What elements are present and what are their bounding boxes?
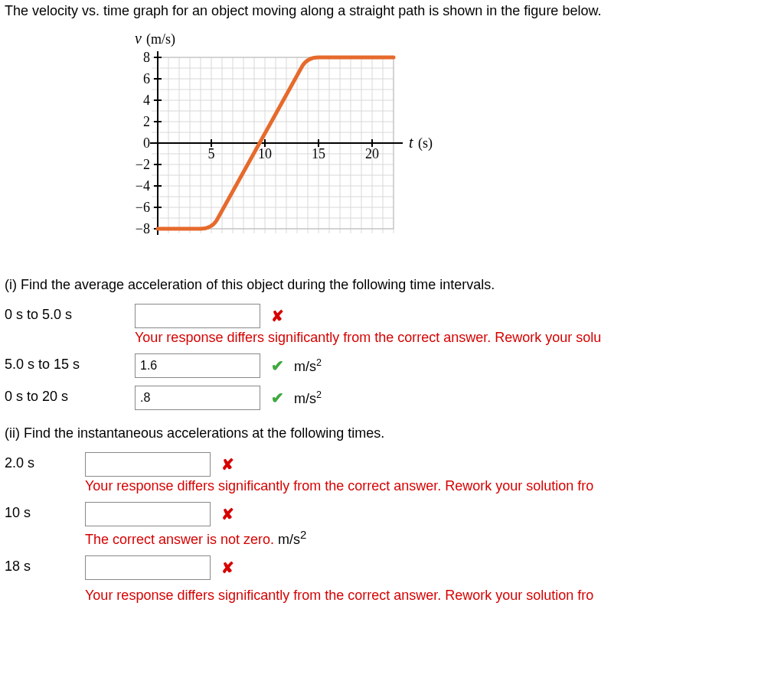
unit-i2: m/s2 (294, 357, 322, 375)
part-i-text: (i) Find the average acceleration of thi… (5, 277, 779, 293)
svg-text:−2: −2 (136, 157, 150, 172)
svg-text:(s): (s) (418, 135, 433, 151)
svg-text:t: t (409, 134, 413, 151)
feedback-cutoff: Your response differs significantly from… (85, 588, 779, 604)
svg-text:2: 2 (143, 114, 150, 129)
feedback-ii2: The correct answer is not zero. m/s2 (85, 528, 306, 548)
svg-text:−8: −8 (136, 221, 150, 236)
svg-text:(m/s): (m/s) (146, 31, 175, 47)
check-icon: ✔ (270, 390, 285, 405)
unit-i3: m/s2 (294, 389, 322, 407)
time-18s: 18 s (5, 555, 85, 575)
svg-text:10: 10 (258, 146, 272, 161)
check-icon: ✔ (270, 358, 285, 373)
wrong-icon: ✘ (270, 308, 285, 324)
answer-input-i3[interactable] (135, 386, 260, 410)
answer-input-ii1[interactable] (85, 452, 211, 477)
svg-text:−4: −4 (136, 178, 150, 194)
svg-text:4: 4 (143, 93, 150, 108)
interval-5-15: 5.0 s to 15 s (5, 353, 135, 373)
svg-text:20: 20 (365, 146, 379, 161)
svg-text:15: 15 (312, 146, 325, 161)
feedback-ii1: Your response differs significantly from… (85, 478, 593, 494)
wrong-icon: ✘ (220, 506, 235, 522)
svg-text:5: 5 (208, 146, 215, 161)
svg-text:v: v (135, 30, 142, 47)
feedback-i1: Your response differs significantly from… (135, 330, 601, 346)
time-2s: 2.0 s (5, 452, 85, 471)
svg-text:6: 6 (143, 71, 150, 86)
wrong-icon: ✘ (220, 560, 235, 575)
velocity-time-graph: 8 6 4 2 0 −2 −4 −6 −8 5 10 15 20 v (m/s)… (119, 28, 779, 262)
answer-input-i1[interactable] (135, 304, 260, 328)
part-ii-text: (ii) Find the instantaneous acceleration… (5, 425, 779, 441)
svg-text:8: 8 (143, 50, 150, 65)
answer-input-ii2[interactable] (85, 502, 211, 526)
answer-input-i2[interactable] (135, 353, 260, 378)
svg-text:0: 0 (143, 135, 150, 151)
answer-input-ii3[interactable] (85, 555, 211, 580)
question-prompt: The velocity vs. time graph for an objec… (5, 3, 779, 19)
svg-text:−6: −6 (136, 200, 150, 215)
time-10s: 10 s (5, 502, 85, 521)
interval-0-5: 0 s to 5.0 s (5, 304, 135, 323)
interval-0-20: 0 s to 20 s (5, 386, 135, 405)
wrong-icon: ✘ (220, 457, 235, 472)
